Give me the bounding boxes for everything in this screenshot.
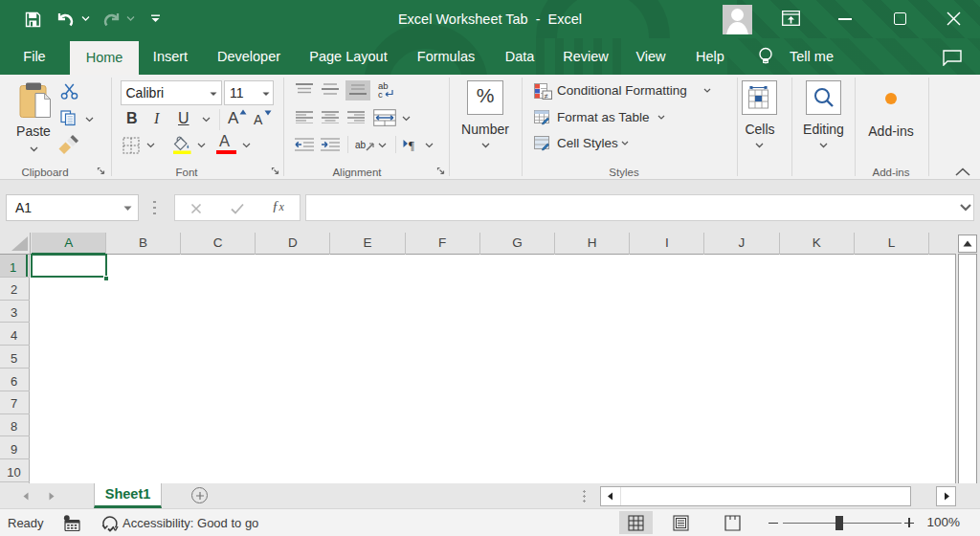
svg-text:ab: ab [355, 140, 367, 150]
svg-text:c: c [378, 89, 383, 99]
svg-text:≠: ≠ [545, 92, 548, 100]
svg-text:¶: ¶ [409, 138, 414, 151]
